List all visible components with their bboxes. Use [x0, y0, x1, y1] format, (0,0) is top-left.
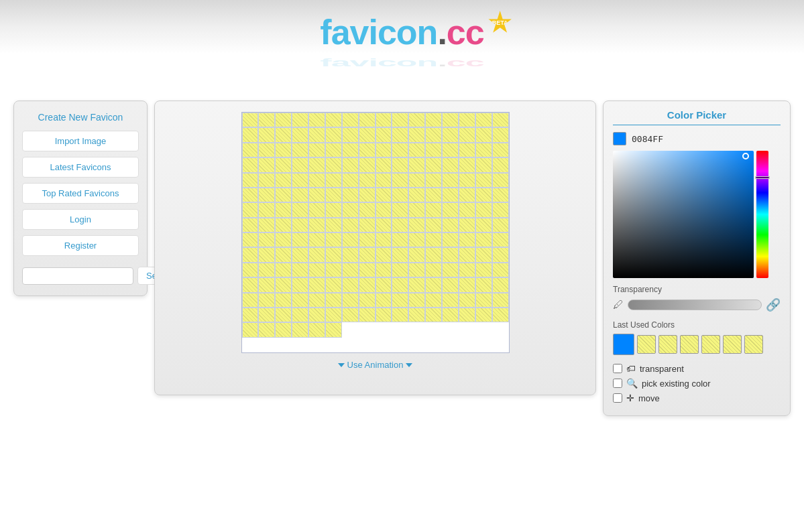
canvas-cell[interactable]: [376, 263, 392, 277]
canvas-cell[interactable]: [359, 143, 376, 157]
canvas-cell[interactable]: [308, 232, 325, 247]
canvas-cell[interactable]: [292, 218, 308, 232]
canvas-cell[interactable]: [242, 322, 259, 337]
canvas-cell[interactable]: [242, 188, 259, 202]
canvas-cell[interactable]: [442, 113, 459, 127]
canvas-cell[interactable]: [459, 247, 475, 262]
canvas-cell[interactable]: [408, 293, 425, 308]
canvas-cell[interactable]: [275, 247, 292, 262]
canvas-cell[interactable]: [292, 308, 308, 322]
canvas-cell[interactable]: [408, 143, 425, 157]
canvas-cell[interactable]: [492, 173, 509, 188]
canvas-cell[interactable]: [342, 247, 359, 262]
canvas-cell[interactable]: [392, 232, 408, 247]
canvas-cell[interactable]: [459, 113, 475, 127]
canvas-cell[interactable]: [275, 143, 292, 157]
canvas-cell[interactable]: [342, 232, 359, 247]
canvas-cell[interactable]: [342, 157, 359, 172]
canvas-cell[interactable]: [392, 218, 408, 232]
canvas-cell[interactable]: [459, 188, 475, 202]
canvas-cell[interactable]: [392, 173, 408, 188]
canvas-cell[interactable]: [376, 143, 392, 157]
canvas-cell[interactable]: [242, 232, 259, 247]
canvas-cell[interactable]: [359, 247, 376, 262]
canvas-cell[interactable]: [258, 113, 275, 127]
canvas-cell[interactable]: [275, 308, 292, 322]
canvas-cell[interactable]: [258, 308, 275, 322]
canvas-cell[interactable]: [359, 188, 376, 202]
canvas-cell[interactable]: [258, 173, 275, 188]
hue-slider[interactable]: [756, 151, 768, 278]
canvas-cell[interactable]: [292, 157, 308, 172]
canvas-cell[interactable]: [492, 277, 509, 292]
canvas-cell[interactable]: [275, 173, 292, 188]
canvas-cell[interactable]: [342, 127, 359, 142]
canvas-cell[interactable]: [258, 322, 275, 337]
canvas-cell[interactable]: [325, 188, 342, 202]
canvas-cell[interactable]: [376, 308, 392, 322]
canvas-cell[interactable]: [342, 173, 359, 188]
checkbox-pick[interactable]: [613, 379, 622, 388]
canvas-cell[interactable]: [492, 308, 509, 322]
canvas-cell[interactable]: [492, 113, 509, 127]
canvas-cell[interactable]: [376, 277, 392, 292]
canvas-cell[interactable]: [275, 113, 292, 127]
canvas-cell[interactable]: [492, 247, 509, 262]
canvas-cell[interactable]: [292, 202, 308, 217]
canvas-cell[interactable]: [475, 188, 492, 202]
canvas-cell[interactable]: [342, 277, 359, 292]
canvas-cell[interactable]: [425, 232, 442, 247]
canvas-cell[interactable]: [376, 173, 392, 188]
canvas-cell[interactable]: [442, 232, 459, 247]
canvas-cell[interactable]: [392, 247, 408, 262]
canvas-cell[interactable]: [292, 188, 308, 202]
canvas-cell[interactable]: [408, 188, 425, 202]
canvas-cell[interactable]: [275, 232, 292, 247]
canvas-cell[interactable]: [292, 173, 308, 188]
canvas-cell[interactable]: [308, 143, 325, 157]
canvas-cell[interactable]: [475, 157, 492, 172]
canvas-cell[interactable]: [408, 218, 425, 232]
canvas-cell[interactable]: [392, 188, 408, 202]
canvas-cell[interactable]: [475, 143, 492, 157]
canvas-cell[interactable]: [425, 173, 442, 188]
canvas-cell[interactable]: [359, 263, 376, 277]
canvas-cell[interactable]: [442, 202, 459, 217]
canvas-cell[interactable]: [359, 173, 376, 188]
canvas-cell[interactable]: [342, 202, 359, 217]
canvas-cell[interactable]: [325, 218, 342, 232]
canvas-cell[interactable]: [376, 157, 392, 172]
canvas-cell[interactable]: [308, 322, 325, 337]
canvas-cell[interactable]: [325, 173, 342, 188]
use-animation-bar[interactable]: Use Animation: [338, 360, 413, 370]
swatch-yellow-4[interactable]: [701, 335, 720, 354]
canvas-cell[interactable]: [292, 143, 308, 157]
canvas-cell[interactable]: [242, 247, 259, 262]
canvas-cell[interactable]: [359, 277, 376, 292]
canvas-cell[interactable]: [442, 247, 459, 262]
canvas-cell[interactable]: [459, 127, 475, 142]
swatch-yellow-5[interactable]: [723, 335, 742, 354]
canvas-cell[interactable]: [425, 202, 442, 217]
canvas-cell[interactable]: [442, 218, 459, 232]
canvas-cell[interactable]: [342, 308, 359, 322]
canvas-cell[interactable]: [242, 157, 259, 172]
canvas-cell[interactable]: [308, 293, 325, 308]
canvas-cell[interactable]: [308, 157, 325, 172]
canvas-cell[interactable]: [342, 188, 359, 202]
canvas-cell[interactable]: [425, 308, 442, 322]
canvas-cell[interactable]: [325, 202, 342, 217]
canvas-cell[interactable]: [425, 293, 442, 308]
canvas-cell[interactable]: [459, 202, 475, 217]
color-swatch-current[interactable]: [613, 132, 626, 145]
checkbox-move[interactable]: [613, 393, 622, 403]
canvas-cell[interactable]: [342, 113, 359, 127]
canvas-cell[interactable]: [342, 218, 359, 232]
canvas-cell[interactable]: [425, 277, 442, 292]
canvas-cell[interactable]: [492, 143, 509, 157]
canvas-cell[interactable]: [408, 127, 425, 142]
canvas-cell[interactable]: [475, 232, 492, 247]
canvas-cell[interactable]: [475, 308, 492, 322]
canvas-cell[interactable]: [292, 277, 308, 292]
canvas-cell[interactable]: [475, 218, 492, 232]
